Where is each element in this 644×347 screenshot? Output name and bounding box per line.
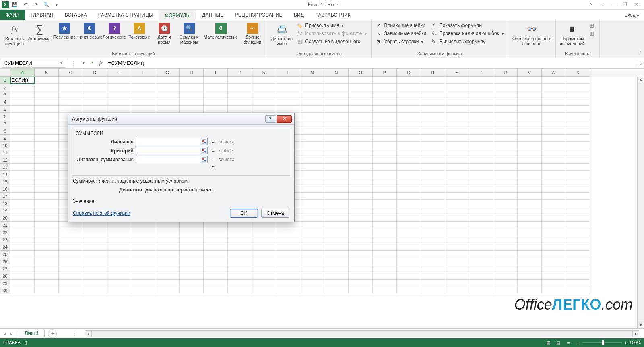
cell[interactable] (204, 243, 228, 251)
cell[interactable] (324, 222, 349, 229)
column-header[interactable]: X (566, 69, 590, 77)
cell[interactable] (10, 127, 35, 135)
cell[interactable] (107, 280, 131, 287)
cell[interactable] (566, 164, 590, 171)
cell[interactable] (300, 265, 324, 272)
cell[interactable] (566, 287, 590, 294)
cell[interactable] (445, 207, 469, 214)
cell[interactable] (445, 142, 469, 149)
cell[interactable] (349, 272, 373, 280)
cell[interactable] (155, 251, 180, 258)
help-button[interactable]: ? (586, 2, 597, 7)
cell[interactable] (421, 164, 445, 171)
cell[interactable] (493, 236, 518, 243)
vertical-scrollbar[interactable]: ▲ ▼ (637, 77, 644, 328)
cell[interactable] (180, 258, 204, 265)
sheet-tab[interactable]: Лист1 (19, 330, 45, 337)
cell[interactable] (566, 251, 590, 258)
cell[interactable] (107, 243, 131, 251)
cell[interactable] (252, 222, 276, 229)
cell[interactable] (300, 222, 324, 229)
recently-used-button[interactable]: ★ Последние (52, 21, 76, 39)
cell[interactable] (83, 243, 107, 251)
cell[interactable] (10, 258, 35, 265)
cell[interactable] (518, 142, 542, 149)
cell[interactable] (469, 193, 493, 200)
cell[interactable] (10, 236, 35, 243)
cell[interactable] (373, 222, 397, 229)
cell[interactable] (493, 193, 518, 200)
cell[interactable] (493, 171, 518, 178)
cell[interactable] (204, 91, 228, 98)
column-header[interactable]: J (228, 69, 252, 77)
cell[interactable] (493, 222, 518, 229)
cell[interactable] (493, 149, 518, 156)
tab-home[interactable]: ГЛАВНАЯ (25, 10, 59, 20)
cell[interactable] (349, 84, 373, 91)
cell[interactable] (493, 106, 518, 113)
cell[interactable] (83, 229, 107, 236)
cell[interactable] (10, 171, 35, 178)
cell[interactable] (107, 106, 131, 113)
cell[interactable] (35, 135, 59, 142)
cell[interactable] (518, 287, 542, 294)
cell[interactable] (324, 251, 349, 258)
cell[interactable] (373, 171, 397, 178)
cell[interactable] (324, 113, 349, 120)
cell[interactable] (397, 258, 421, 265)
dialog-ok-button[interactable]: OK (230, 209, 258, 218)
cell[interactable] (445, 84, 469, 91)
cell[interactable] (10, 251, 35, 258)
cell[interactable] (35, 127, 59, 135)
cell[interactable] (421, 243, 445, 251)
arg-input-2[interactable] (136, 156, 200, 163)
cell[interactable] (445, 135, 469, 142)
cell[interactable] (107, 287, 131, 294)
cell[interactable] (445, 185, 469, 193)
cell[interactable] (445, 265, 469, 272)
row-header[interactable]: 12 (0, 156, 10, 164)
new-sheet-button[interactable]: + (48, 329, 57, 338)
cell[interactable] (59, 229, 83, 236)
column-header[interactable]: F (131, 69, 155, 77)
financial-button[interactable]: € Финансовые (77, 21, 101, 39)
cell[interactable] (324, 98, 349, 106)
cell[interactable] (180, 243, 204, 251)
cell[interactable] (131, 77, 155, 84)
cell[interactable] (566, 265, 590, 272)
cell[interactable] (397, 200, 421, 207)
cell[interactable] (324, 135, 349, 142)
cell[interactable] (228, 84, 252, 91)
cell[interactable] (518, 98, 542, 106)
row-header[interactable]: 28 (0, 272, 10, 280)
cell[interactable] (518, 120, 542, 127)
cell[interactable] (300, 91, 324, 98)
cell[interactable] (421, 272, 445, 280)
cell[interactable] (107, 229, 131, 236)
cell[interactable] (83, 222, 107, 229)
cell[interactable] (324, 142, 349, 149)
cell[interactable] (518, 272, 542, 280)
cell[interactable] (35, 98, 59, 106)
row-header[interactable]: 13 (0, 164, 10, 171)
cell[interactable] (542, 185, 566, 193)
column-header[interactable]: N (324, 69, 349, 77)
cell[interactable] (83, 98, 107, 106)
minimize-button[interactable]: — (609, 2, 619, 7)
cell[interactable] (566, 127, 590, 135)
cell[interactable] (373, 113, 397, 120)
row-header[interactable]: 22 (0, 229, 10, 236)
cell[interactable] (566, 243, 590, 251)
cell[interactable] (35, 251, 59, 258)
cell[interactable] (180, 91, 204, 98)
cell[interactable] (373, 120, 397, 127)
cell[interactable] (373, 149, 397, 156)
cell[interactable] (204, 106, 228, 113)
cell[interactable] (542, 236, 566, 243)
cell[interactable] (469, 272, 493, 280)
cell[interactable] (469, 127, 493, 135)
cell[interactable] (373, 127, 397, 135)
cell[interactable] (542, 84, 566, 91)
horizontal-scrollbar[interactable]: ◂ ▸ (85, 330, 639, 337)
cell[interactable] (421, 142, 445, 149)
